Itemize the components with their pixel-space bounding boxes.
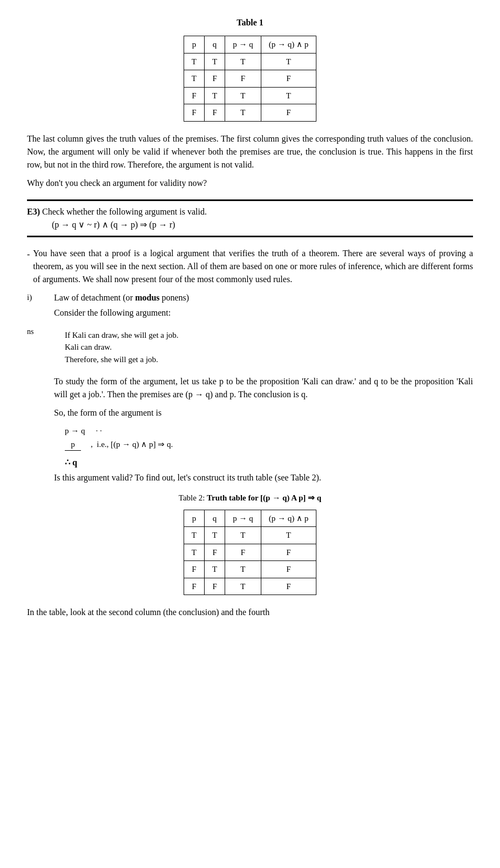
table-cell: T bbox=[184, 53, 204, 70]
t2-col-pq: p → q bbox=[225, 510, 261, 527]
law-title-bold: modus bbox=[135, 293, 159, 302]
table-cell: T bbox=[184, 70, 204, 88]
form-line2: p , i.e., [(p → q) ∧ p] ⇒ q. bbox=[65, 438, 473, 451]
form-block: p → q · · p , i.e., [(p → q) ∧ p] ⇒ q. bbox=[65, 425, 473, 451]
explanation2: So, the form of the argument is bbox=[54, 406, 473, 419]
argument-block: If Kali can draw, she will get a job. Ka… bbox=[65, 329, 179, 366]
table-cell: T bbox=[225, 87, 261, 104]
law-title: Law of detachment (or modus ponens) bbox=[54, 291, 189, 304]
form-dots: · · bbox=[96, 425, 102, 437]
explanation1: To study the form of the argument, let u… bbox=[54, 375, 473, 401]
table-cell: F bbox=[225, 544, 261, 561]
table1: p q p → q (p → q) ∧ p TTTTTFFFFTTTFFTF bbox=[184, 36, 316, 122]
bottom-text: In the table, look at the second column … bbox=[27, 606, 473, 619]
therefore-q: ∴ q bbox=[65, 456, 473, 469]
argument-line-2: Kali can draw. bbox=[65, 341, 179, 353]
form-p-arrow-q: p → q bbox=[65, 425, 85, 437]
exercise-text-content: Check whether the following argument is … bbox=[42, 207, 207, 216]
law-subtitle: Consider the following argument: bbox=[54, 306, 189, 319]
table-cell: F bbox=[261, 104, 316, 122]
table-cell: F bbox=[261, 561, 316, 578]
table-cell: T bbox=[225, 578, 261, 595]
section-intro: You have seen that a proof is a logical … bbox=[33, 247, 473, 286]
table-cell: F bbox=[261, 578, 316, 595]
law-title-prefix: Law of detachment (or bbox=[54, 293, 135, 302]
table-cell: T bbox=[205, 87, 225, 104]
table-cell: T bbox=[205, 561, 225, 578]
table1-title: Table 1 bbox=[27, 16, 473, 29]
exercise-box: E3) Check whether the following argument… bbox=[27, 199, 473, 237]
ns-label: ns bbox=[27, 325, 49, 337]
table-cell: F bbox=[184, 104, 204, 122]
col-header-pq-p: (p → q) ∧ p bbox=[261, 36, 316, 54]
law-item: i) Law of detachment (or modus ponens) C… bbox=[27, 291, 473, 319]
table-cell: F bbox=[205, 544, 225, 561]
table-cell: F bbox=[261, 544, 316, 561]
table-cell: F bbox=[184, 561, 204, 578]
table-cell: F bbox=[205, 104, 225, 122]
table-cell: F bbox=[184, 578, 204, 595]
table-cell: F bbox=[205, 70, 225, 88]
table-cell: T bbox=[225, 561, 261, 578]
table-cell: F bbox=[205, 578, 225, 595]
col-header-p: p bbox=[184, 36, 204, 54]
argument-line-1: If Kali can draw, she will get a job. bbox=[65, 329, 179, 342]
table-cell: F bbox=[225, 70, 261, 88]
law-label: i) bbox=[27, 291, 54, 319]
form-p-underline: p bbox=[65, 438, 81, 451]
paragraph1: The last column gives the truth values o… bbox=[27, 132, 473, 171]
table2: p q p → q (p → q) ∧ p TTTTTFFFFTTFFFTF bbox=[184, 510, 316, 596]
table-cell: T bbox=[205, 53, 225, 70]
table2-title-bold: Truth table for [(p → q) A p] ⇒ q bbox=[207, 493, 321, 502]
table-cell: F bbox=[261, 70, 316, 88]
t2-col-p: p bbox=[184, 510, 204, 527]
table-cell: T bbox=[261, 527, 316, 544]
col-header-pq: p → q bbox=[225, 36, 261, 54]
paragraph2: Why don't you check an argument for vali… bbox=[27, 177, 473, 190]
table2-title-prefix: Table 2: bbox=[179, 493, 207, 502]
table-cell: T bbox=[225, 53, 261, 70]
table-cell: F bbox=[184, 87, 204, 104]
col-header-q: q bbox=[205, 36, 225, 54]
form-iff: , i.e., [(p → q) ∧ p] ⇒ q. bbox=[91, 438, 173, 451]
validity-text: Is this argument valid? To find out, let… bbox=[54, 471, 473, 484]
law-title-suffix: ponens) bbox=[160, 293, 190, 302]
table-cell: T bbox=[184, 527, 204, 544]
exercise-formula: (p → q ∨ ~ r) ∧ (q → p) ⇒ (p → r) bbox=[43, 220, 175, 229]
dash-marker: - bbox=[27, 248, 30, 261]
table2-title: Table 2: Truth table for [(p → q) A p] ⇒… bbox=[27, 492, 473, 504]
exercise-label: E3) bbox=[27, 207, 40, 216]
table-cell: T bbox=[261, 87, 316, 104]
table-cell: T bbox=[225, 104, 261, 122]
table-cell: T bbox=[184, 544, 204, 561]
table-cell: T bbox=[261, 53, 316, 70]
t2-col-pqp: (p → q) ∧ p bbox=[261, 510, 316, 527]
table-cell: T bbox=[225, 527, 261, 544]
form-line1: p → q · · bbox=[65, 425, 473, 437]
argument-line-3: Therefore, she will get a job. bbox=[65, 353, 179, 366]
t2-col-q: q bbox=[205, 510, 225, 527]
law-content: Law of detachment (or modus ponens) Cons… bbox=[54, 291, 189, 319]
table-cell: T bbox=[205, 527, 225, 544]
